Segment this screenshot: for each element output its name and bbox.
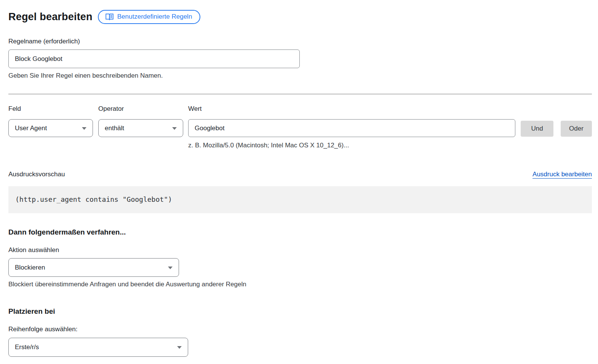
field-select[interactable]: User Agent	[8, 119, 93, 137]
edit-expression-link[interactable]: Ausdruck bearbeiten	[532, 171, 592, 178]
field-label: Feld	[8, 105, 93, 119]
operator-select[interactable]: enthält	[98, 119, 183, 137]
expression-preview-header: Ausdrucksvorschau Ausdruck bearbeiten	[8, 171, 592, 178]
action-select-value: Blockieren	[15, 264, 45, 271]
field-column: Feld User Agent	[8, 105, 93, 137]
action-help-text: Blockiert übereinstimmende Anfragen und …	[8, 281, 592, 288]
order-select-label: Reihenfolge auswählen:	[8, 326, 592, 333]
expression-code-block: (http.user_agent contains "Googlebot")	[8, 186, 592, 213]
placement-section-heading: Platzieren bei	[8, 307, 592, 316]
caret-down-icon	[172, 127, 177, 130]
caret-down-icon	[168, 267, 173, 269]
action-select[interactable]: Blockieren	[8, 258, 179, 277]
value-example-text: z. B. Mozilla/5.0 (Macintosh; Intel Mac …	[188, 142, 515, 149]
operator-select-value: enthält	[105, 125, 124, 132]
rule-name-label: Regelname (erforderlich)	[8, 38, 592, 45]
operator-label: Operator	[98, 105, 183, 119]
value-column: Wert z. B. Mozilla/5.0 (Macintosh; Intel…	[188, 105, 515, 149]
field-select-value: User Agent	[15, 125, 47, 132]
order-select-value: Erste/r/s	[15, 343, 39, 351]
page-header: Regel bearbeiten Benutzerdefinierte Rege…	[8, 10, 592, 24]
or-button[interactable]: Oder	[561, 121, 592, 137]
open-book-icon	[106, 13, 114, 20]
value-label: Wert	[188, 105, 515, 119]
rule-edit-page: Regel bearbeiten Benutzerdefinierte Rege…	[0, 0, 598, 357]
page-title: Regel bearbeiten	[8, 11, 93, 23]
custom-rules-badge-button[interactable]: Benutzerdefinierte Regeln	[98, 10, 201, 24]
operator-column: Operator enthält	[98, 105, 183, 137]
caret-down-icon	[177, 346, 182, 349]
action-select-label: Aktion auswählen	[8, 246, 592, 254]
logic-buttons: Und Oder	[521, 120, 592, 137]
expression-preview-label: Ausdrucksvorschau	[8, 171, 65, 178]
action-section-heading: Dann folgendermaßen verfahren...	[8, 228, 592, 236]
section-divider	[8, 94, 592, 94]
rule-name-help: Geben Sie Ihrer Regel einen beschreibend…	[8, 72, 592, 80]
rule-name-input[interactable]	[8, 49, 300, 68]
caret-down-icon	[82, 127, 86, 130]
order-select[interactable]: Erste/r/s	[8, 338, 188, 357]
condition-row: Feld User Agent Operator enthält Wert z.…	[8, 105, 592, 149]
and-button[interactable]: Und	[521, 121, 553, 137]
custom-rules-badge-label: Benutzerdefinierte Regeln	[117, 13, 192, 21]
value-input[interactable]	[188, 119, 515, 137]
